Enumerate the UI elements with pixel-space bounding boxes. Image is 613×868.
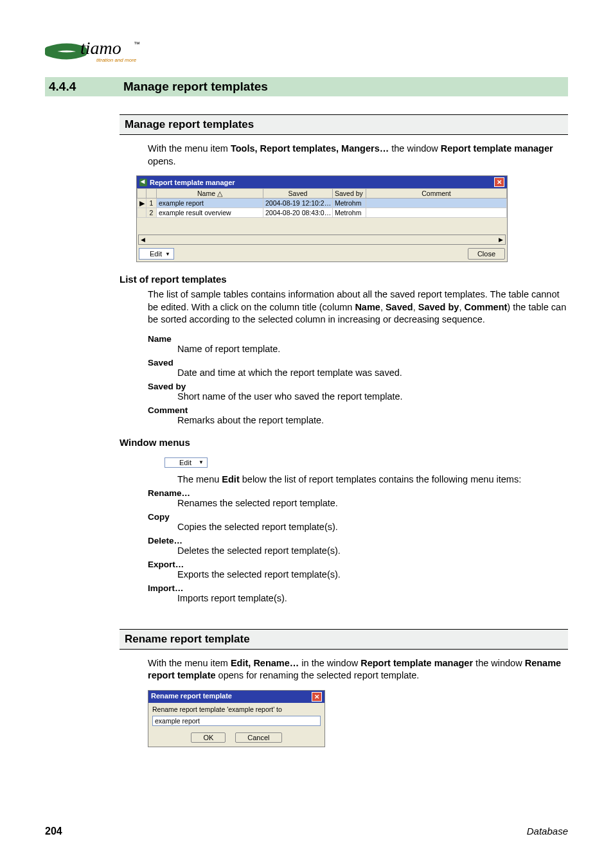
screenshot-rename-dialog: Rename report template ✕ Rename report t…	[148, 690, 325, 747]
edit-menu-button[interactable]: Edit	[164, 457, 208, 468]
subsection-window-menus: Window menus	[120, 437, 568, 448]
logo-text: tiamo	[80, 39, 121, 58]
menu-import-desc: Imports report template(s).	[177, 593, 568, 603]
menu-export-desc: Exports the selected report template(s).	[177, 569, 568, 580]
col-name[interactable]: Name △	[157, 189, 263, 199]
intro-paragraph: With the menu item Tools, Report templat…	[148, 143, 568, 168]
close-icon[interactable]: ✕	[494, 177, 504, 187]
row-pointer-icon: ▶	[138, 199, 147, 208]
cancel-button[interactable]: Cancel	[235, 732, 281, 743]
section-title: Manage report templates	[123, 80, 268, 94]
screenshot-report-template-manager: Report template manager ✕ Name △ Saved S…	[136, 175, 508, 262]
list-paragraph: The list of sample tables contains infor…	[148, 288, 568, 326]
menu-rename-desc: Renames the selected report template.	[177, 498, 568, 508]
rename-paragraph: With the menu item Edit, Rename… in the …	[148, 657, 568, 682]
page-number: 204	[45, 826, 62, 837]
def-savedby-term: Saved by	[148, 382, 568, 391]
scroll-left-icon[interactable]: ◀	[141, 236, 145, 243]
def-comment-desc: Remarks about the report template.	[177, 415, 568, 425]
col-savedby[interactable]: Saved by	[333, 189, 366, 199]
close-button[interactable]: Close	[468, 248, 505, 260]
def-savedby-desc: Short name of the user who saved the rep…	[177, 391, 568, 402]
subheading-rename: Rename report template	[120, 629, 568, 650]
rename-label: Rename report template 'example report' …	[152, 705, 321, 713]
window-titlebar: Report template manager ✕	[137, 176, 507, 188]
menu-copy-desc: Copies the selected report template(s).	[177, 522, 568, 532]
app-icon	[139, 179, 147, 186]
ok-button[interactable]: OK	[191, 732, 226, 743]
section-number: 4.4.4	[49, 80, 123, 94]
menu-delete-desc: Deletes the selected report template(s).	[177, 545, 568, 556]
subsection-list: List of report templates	[120, 274, 568, 285]
section-heading: 4.4.4 Manage report templates	[45, 77, 568, 96]
footer-section: Database	[527, 826, 568, 837]
svg-text:™: ™	[134, 40, 140, 48]
def-saved-term: Saved	[148, 358, 568, 368]
subheading-manage: Manage report templates	[120, 114, 568, 135]
def-name-desc: Name of report template.	[177, 344, 568, 354]
close-icon[interactable]: ✕	[312, 692, 322, 702]
menu-export-term: Export…	[148, 560, 568, 569]
scroll-right-icon[interactable]: ▶	[499, 236, 503, 243]
menu-import-term: Import…	[148, 583, 568, 593]
edit-menu-desc: The menu Edit below the list of report t…	[177, 474, 568, 484]
rename-input[interactable]	[152, 716, 321, 726]
menu-rename-term: Rename…	[148, 488, 568, 498]
col-saved[interactable]: Saved	[263, 189, 333, 199]
def-name-term: Name	[148, 334, 568, 344]
menu-delete-term: Delete…	[148, 536, 568, 545]
horizontal-scrollbar[interactable]: ◀ ▶	[138, 235, 506, 245]
menu-copy-term: Copy	[148, 512, 568, 522]
table-row[interactable]: ▶ 1 example report 2004-08-19 12:10:2… M…	[138, 199, 507, 208]
edit-menu-button[interactable]: Edit	[139, 248, 174, 260]
dialog-title: Rename report template	[151, 692, 232, 702]
logo-tagline: titration and more	[96, 57, 137, 63]
brand-logo: tiamo ™ titration and more	[45, 39, 568, 66]
templates-table: Name △ Saved Saved by Comment ▶ 1 exampl…	[137, 188, 507, 218]
edit-menu-illustration: Edit	[164, 457, 208, 468]
dialog-titlebar: Rename report template ✕	[148, 691, 324, 703]
def-comment-term: Comment	[148, 405, 568, 415]
col-comment[interactable]: Comment	[366, 189, 507, 199]
window-title: Report template manager	[150, 179, 235, 186]
table-row[interactable]: 2 example result overview 2004-08-20 08:…	[138, 208, 507, 218]
def-saved-desc: Date and time at which the report templa…	[177, 368, 568, 378]
